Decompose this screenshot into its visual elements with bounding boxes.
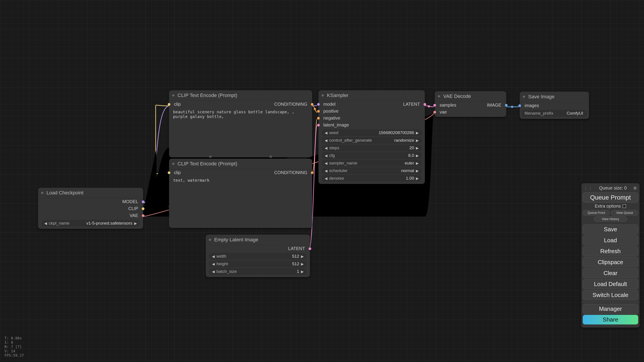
collapse-dot-icon[interactable] [322, 94, 324, 96]
grip-icon[interactable]: ⋮⋮ [584, 186, 592, 191]
batch-size-widget[interactable]: ◀batch_size1▶ [209, 268, 307, 275]
out-latent-port[interactable] [424, 103, 426, 106]
node-empty-latent-image[interactable]: Empty Latent Image LATENT ◀width512▶ ◀he… [206, 235, 310, 277]
prompt-textarea[interactable]: text, watermark [169, 176, 312, 187]
chevron-right-icon[interactable]: ▶ [300, 254, 304, 259]
in-positive-port[interactable] [317, 110, 320, 113]
node-title-text: Save Image [528, 94, 554, 100]
in-latent-label: latent_image [323, 122, 349, 128]
filename-prefix-widget[interactable]: filename_prefix ComfyUI [522, 110, 587, 117]
in-images-port[interactable] [518, 104, 521, 107]
out-latent-label: LATENT [403, 102, 420, 107]
chevron-left-icon[interactable]: ◀ [324, 131, 328, 135]
chevron-right-icon[interactable]: ▶ [415, 176, 420, 181]
refresh-button[interactable]: Refresh [583, 246, 638, 256]
chevron-left-icon[interactable]: ◀ [324, 138, 328, 143]
share-button[interactable]: Share [583, 315, 638, 325]
chevron-left-icon[interactable]: ◀ [324, 146, 328, 150]
clear-button[interactable]: Clear [583, 268, 638, 278]
view-queue-button[interactable]: View Queue [611, 210, 638, 215]
chevron-right-icon[interactable]: ▶ [415, 161, 420, 165]
chevron-left-icon[interactable]: ◀ [324, 153, 328, 158]
node-title[interactable]: Load Checkpoint [38, 188, 143, 198]
node-ksampler[interactable]: KSampler model LATENT positive negative … [318, 90, 425, 184]
chevron-right-icon[interactable]: ▶ [415, 131, 420, 135]
extra-options-checkbox[interactable] [622, 204, 626, 208]
node-canvas[interactable]: Load Checkpoint MODEL CLIP VAE ◀ ckpt_na… [0, 0, 644, 362]
out-model-port[interactable] [142, 200, 144, 203]
collapse-dot-icon[interactable] [523, 96, 525, 98]
in-model-port[interactable] [317, 103, 320, 106]
chevron-left-icon[interactable]: ◀ [211, 270, 216, 274]
collapse-dot-icon[interactable] [172, 163, 174, 165]
node-title[interactable]: KSampler [318, 90, 425, 101]
ckpt-name-widget[interactable]: ◀ ckpt_name v1-5-pruned.safetensors ▶ [41, 220, 140, 227]
collapse-dot-icon[interactable] [172, 94, 174, 96]
switch-locale-button[interactable]: Switch Locale [583, 290, 638, 300]
control-panel[interactable]: ⋮⋮ Queue size: 0 ⚙ Queue Prompt Extra op… [582, 183, 640, 328]
collapse-dot-icon[interactable] [209, 239, 211, 241]
out-image-port[interactable] [505, 104, 508, 107]
control-after-generate-widget[interactable]: ◀control_after_generaterandomize▶ [322, 137, 422, 144]
cfg-widget[interactable]: ◀cfg8.0▶ [322, 152, 422, 159]
save-button[interactable]: Save [583, 224, 638, 234]
clipspace-button[interactable]: Clipspace [583, 257, 638, 267]
node-title[interactable]: CLIP Text Encode (Prompt) [169, 159, 312, 169]
collapse-dot-icon[interactable] [41, 192, 44, 194]
view-history-button[interactable]: View History [594, 216, 627, 222]
sampler-name-widget[interactable]: ◀sampler_nameeuler▶ [322, 160, 422, 166]
chevron-left-icon[interactable]: ◀ [211, 262, 216, 266]
node-title[interactable]: CLIP Text Encode (Prompt) [169, 90, 312, 101]
node-load-checkpoint[interactable]: Load Checkpoint MODEL CLIP VAE ◀ ckpt_na… [38, 188, 143, 229]
gear-icon[interactable]: ⚙ [633, 186, 637, 191]
chevron-right-icon[interactable]: ▶ [300, 270, 304, 274]
node-clip-text-encode-positive[interactable]: CLIP Text Encode (Prompt) clip CONDITION… [169, 90, 312, 157]
collapse-dot-icon[interactable] [438, 95, 440, 97]
height-widget[interactable]: ◀height512▶ [209, 261, 307, 267]
denoise-widget[interactable]: ◀denoise1.00▶ [322, 175, 422, 182]
chevron-left-icon[interactable]: ◀ [324, 176, 328, 181]
in-negative-port[interactable] [317, 117, 320, 120]
seed-widget[interactable]: ◀seed156680208700286▶ [322, 129, 422, 136]
scheduler-widget[interactable]: ◀schedulernormal▶ [322, 167, 422, 174]
node-vae-decode[interactable]: VAE Decode samples IMAGE vae [435, 91, 506, 117]
queue-front-button[interactable]: Queue Front [583, 210, 610, 215]
out-clip-port[interactable] [142, 207, 144, 210]
chevron-right-icon[interactable]: ▶ [415, 146, 420, 150]
chevron-right-icon[interactable]: ▶ [415, 169, 420, 173]
node-title[interactable]: Save Image [520, 92, 589, 102]
steps-widget[interactable]: ◀steps20▶ [322, 145, 422, 151]
in-clip-label: clip [174, 102, 181, 107]
chevron-left-icon[interactable]: ◀ [44, 221, 48, 225]
node-title[interactable]: Empty Latent Image [206, 235, 310, 245]
out-conditioning-port[interactable] [311, 171, 314, 174]
chevron-left-icon[interactable]: ◀ [211, 254, 216, 259]
in-samples-port[interactable] [433, 104, 436, 107]
out-conditioning-port[interactable] [311, 103, 314, 106]
out-latent-port[interactable] [308, 247, 311, 250]
in-clip-port[interactable] [168, 103, 170, 106]
out-clip-label: CLIP [128, 206, 138, 211]
queue-prompt-button[interactable]: Queue Prompt [583, 192, 638, 203]
in-clip-port[interactable] [168, 171, 170, 174]
chevron-right-icon[interactable]: ▶ [415, 153, 420, 158]
node-clip-text-encode-negative[interactable]: CLIP Text Encode (Prompt) clip CONDITION… [169, 159, 312, 228]
chevron-left-icon[interactable]: ◀ [324, 161, 328, 165]
in-latent-port[interactable] [317, 124, 320, 126]
node-save-image[interactable]: Save Image images filename_prefix ComfyU… [520, 92, 589, 119]
chevron-right-icon[interactable]: ▶ [133, 221, 138, 225]
chevron-left-icon[interactable]: ◀ [324, 169, 328, 173]
in-samples-label: samples [440, 103, 456, 108]
stat-n: N: 7 [7] [4, 345, 24, 349]
node-title[interactable]: VAE Decode [435, 91, 506, 102]
prompt-textarea[interactable]: beautiful scenery nature glass bottle la… [169, 108, 312, 123]
load-default-button[interactable]: Load Default [583, 279, 638, 289]
out-vae-port[interactable] [142, 214, 144, 217]
chevron-right-icon[interactable]: ▶ [300, 262, 304, 266]
manager-button[interactable]: Manager [583, 304, 638, 314]
in-vae-port[interactable] [433, 111, 436, 113]
chevron-right-icon[interactable]: ▶ [415, 138, 420, 143]
width-widget[interactable]: ◀width512▶ [209, 253, 307, 260]
out-conditioning-label: CONDITIONING [274, 102, 307, 107]
load-button[interactable]: Load [583, 235, 638, 245]
